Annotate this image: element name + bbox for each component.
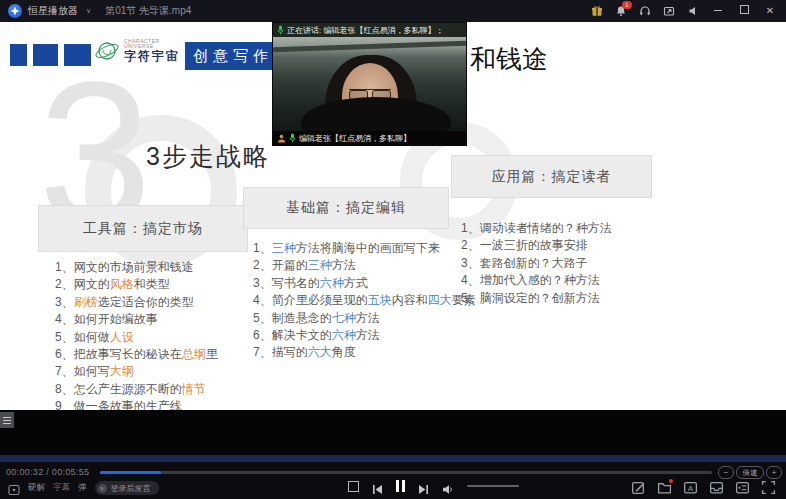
list-item: 5、制造悬念的七种方法 [253,310,476,327]
app-name[interactable]: 恒星播放器 [28,4,78,18]
list-item: 1、三种方法将脑海中的画面写下来 [253,240,476,257]
course-tag: 创意写作 [185,42,281,70]
minimize-button[interactable] [710,4,726,18]
edit-icon[interactable] [631,480,646,495]
app-logo-icon [8,4,22,18]
login-to-chat-button[interactable]: › 登录后发言 [95,481,159,495]
mute-icon[interactable] [686,4,700,18]
webcam-video [273,37,466,131]
transport-controls [348,480,519,492]
update-dot [669,479,673,483]
pause-button[interactable] [396,480,405,492]
volume-slider[interactable] [467,485,519,487]
list-item: 3、写书名的六种方式 [253,275,476,292]
player-controls: 00:00:32 / 00:05:55 − 倍速 + 硬解 字幕 弹 › 登录后… [0,462,786,499]
playlist-icon[interactable] [735,480,750,495]
list-item: 2、网文的风格和类型 [55,276,218,293]
speaking-banner: 正在讲话: 编辑老张【红点易消，多私聊】； [273,23,466,37]
titlebar-actions: 1 ✕ [590,4,778,18]
close-button[interactable]: ✕ [762,4,778,18]
list-item: 4、增加代入感的？种方法 [461,272,612,289]
chevron-right-icon: › [98,484,107,493]
list-item: 2、开篇的三种方法 [253,257,476,274]
bottom-left-cluster: 硬解 字幕 弹 › 登录后发言 [8,481,159,495]
page-title: 和钱途 [470,42,548,77]
globe-icon [94,38,120,64]
section-list: 1、三种方法将脑海中的画面写下来2、开篇的三种方法3、写书名的六种方式4、简介里… [253,240,476,362]
section-list: 1、调动读者情绪的？种方法2、一波三折的故事安排3、套路创新的？大路子4、增加代… [461,220,612,307]
speed-decrease-button[interactable]: − [718,466,734,479]
brand-block [64,44,91,66]
list-item: 2、一波三折的故事安排 [461,237,612,254]
speaker-name-bar: 编辑老张【红点易消，多私聊】 [273,131,466,145]
list-item: 1、调动读者情绪的？种方法 [461,220,612,237]
chevron-down-icon[interactable]: ∨ [86,7,91,15]
slide-headline: 3步走战略 [146,140,270,173]
webcam-overlay: 正在讲话: 编辑老张【红点易消，多私聊】； 编辑老张【红点易消，多私聊】 [272,22,467,146]
previous-button[interactable] [372,481,383,492]
time-display: 00:00:32 / 00:05:55 [6,467,89,477]
subtitle-icon[interactable]: A [683,480,698,495]
list-item: 5、脑洞设定的？创新方法 [461,290,612,307]
brand-cn: 字符宇宙 [124,50,180,63]
side-panel-handle[interactable] [0,412,14,428]
list-item: 9、做一条故事的生产线 [55,398,218,410]
speed-label[interactable]: 倍速 [736,466,764,479]
section-header: 应用篇：搞定读者 [451,155,652,198]
mic-icon [289,133,296,143]
hardware-decode-toggle[interactable]: 硬解 [28,482,45,494]
letterbox-band [0,410,786,455]
danmaku-toggle[interactable]: 弹 [78,482,87,494]
list-item: 3、套路创新的？大路子 [461,255,612,272]
speaking-text: 正在讲话: 编辑老张【红点易消，多私聊】； [287,25,443,36]
progress-fill [100,471,161,474]
speaker-name: 编辑老张【红点易消，多私聊】 [299,133,411,144]
brand-block [33,44,58,66]
brand-logo: CHARACTER UNIVERSE 字符宇宙 [94,38,180,64]
maximize-button[interactable] [736,4,752,18]
list-item: 6、把故事写长的秘诀在总纲里 [55,346,218,363]
speed-increase-button[interactable]: + [766,466,782,479]
subtitle-toggle[interactable]: 字幕 [53,482,70,494]
volume-icon[interactable] [442,481,454,492]
screenshot-icon[interactable] [662,4,676,18]
list-item: 5、如何做人设 [55,329,218,346]
progress-bar[interactable] [100,471,712,474]
headset-icon[interactable] [638,4,652,18]
person-icon [277,134,286,143]
list-item: 8、怎么产生源源不断的情节 [55,381,218,398]
list-item: 6、解决卡文的六种方法 [253,327,476,344]
video-file-name: 第01节 先导课.mp4 [105,4,191,18]
brand-block [10,44,27,66]
list-item: 7、描写的六大角度 [253,344,476,361]
notification-badge: 1 [622,1,632,9]
list-item: 7、如何写大纲 [55,363,218,380]
stop-button[interactable] [348,481,359,492]
bell-icon[interactable]: 1 [614,4,628,18]
speed-control: − 倍速 + [718,466,782,479]
gift-icon[interactable] [590,4,604,18]
display-mode-icon[interactable] [8,482,20,494]
mic-icon [277,25,284,35]
fullscreen-icon[interactable] [761,480,776,495]
folder-icon[interactable] [657,480,672,495]
bottom-right-icons: A [631,480,776,495]
inbox-icon[interactable] [709,480,724,495]
list-item: 4、如何开始编故事 [55,311,218,328]
section-header: 工具篇：搞定市场 [38,205,248,252]
list-item: 1、网文的市场前景和钱途 [55,259,218,276]
titlebar: 恒星播放器 ∨ 第01节 先导课.mp4 1 ✕ [0,0,786,22]
section-list: 1、网文的市场前景和钱途2、网文的风格和类型3、刷榜选定适合你的类型4、如何开始… [55,259,218,410]
login-pill-label: 登录后发言 [111,483,151,494]
list-item: 3、刷榜选定适合你的类型 [55,294,218,311]
next-button[interactable] [418,481,429,492]
list-item: 4、简介里必须呈现的五块内容和四大要素 [253,292,476,309]
svg-text:A: A [688,484,694,493]
section-header: 基础篇：搞定编辑 [243,187,449,229]
